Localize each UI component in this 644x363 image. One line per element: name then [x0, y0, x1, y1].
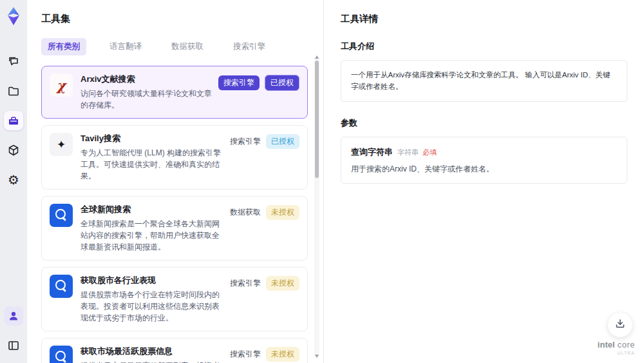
- scrollbar-thumb[interactable]: [315, 61, 319, 178]
- stock-sectors-icon: [50, 275, 73, 298]
- tool-name: Tavily搜索: [80, 133, 223, 144]
- download-icon: [614, 318, 626, 332]
- tool-name: 获取股市各行业表现: [80, 275, 223, 286]
- category-badge: 搜索引擎: [230, 347, 261, 362]
- tool-name: 获取市场最活跃股票信息: [80, 346, 223, 357]
- auth-status-badge: 已授权: [265, 75, 299, 91]
- arxiv-icon: [50, 74, 73, 97]
- list-scrollbar[interactable]: [314, 57, 319, 357]
- scroll-up-arrow[interactable]: [315, 55, 319, 59]
- tool-list-panel: 工具集 所有类别语言翻译数据获取搜索引擎 Arxiv文献搜索 访问各个研究领域大…: [27, 0, 323, 363]
- tool-card[interactable]: 获取股市各行业表现 提供股票市场各个行业在特定时间段内的表现。投资者可以利用这些…: [41, 267, 308, 331]
- tool-detail-panel: 工具详情 工具介绍 一个用于从Arxiv存储库搜索科学论文和文章的工具。 输入可…: [323, 0, 644, 363]
- sidebar-item-models[interactable]: [4, 141, 23, 160]
- category-tabs: 所有类别语言翻译数据获取搜索引擎: [41, 38, 323, 55]
- tool-card[interactable]: Tavily搜索 专为人工智能代理 (LLM) 构建的搜索引擎工具。可快速提供实…: [41, 125, 308, 190]
- folder-icon: [7, 84, 20, 97]
- core-wordmark: core: [618, 340, 635, 349]
- sidebar-item-account[interactable]: [4, 306, 23, 326]
- auth-status-badge: 已授权: [266, 134, 299, 149]
- sidebar-item-chat[interactable]: [4, 52, 23, 71]
- scroll-down-arrow[interactable]: [315, 355, 319, 358]
- param-item: 查询字符串字符串必填 用于搜索的Arxiv ID、关键字或作者姓名。: [351, 146, 617, 175]
- ultra-wordmark: ULTRA: [598, 351, 635, 355]
- detail-title: 工具详情: [341, 13, 627, 25]
- category-badge: 数据获取: [230, 205, 261, 220]
- tool-name: Arxiv文献搜索: [80, 74, 212, 85]
- sidebar-item-settings[interactable]: ⚙: [4, 170, 23, 190]
- params-box: 查询字符串字符串必填 用于搜索的Arxiv ID、关键字或作者姓名。: [341, 137, 627, 184]
- tool-description: 提供股票市场各个行业在特定时间段内的表现。投资者可以利用这些信息来识别表现优于或…: [80, 289, 223, 324]
- tool-card[interactable]: 全球新闻搜索 全球新闻搜索是一个聚合全球各大新闻网站内容的搜索引擎，帮助用户快速…: [41, 196, 308, 260]
- panel-toggle-icon: [7, 339, 20, 352]
- tool-list: Arxiv文献搜索 访问各个研究领域大量科学论文和文章的存储库。 搜索引擎 已授…: [41, 66, 308, 363]
- sidebar-item-panel-toggle[interactable]: [4, 336, 23, 355]
- category-tab-0[interactable]: 所有类别: [41, 38, 86, 55]
- auth-status-badge: 未授权: [266, 347, 299, 362]
- param-type: 字符串: [397, 148, 419, 156]
- intro-text: 一个用于从Arxiv存储库搜索科学论文和文章的工具。 输入可以是Arxiv ID…: [351, 69, 617, 93]
- param-description: 用于搜索的Arxiv ID、关键字或作者姓名。: [351, 164, 617, 175]
- tool-description: 访问各个研究领域大量科学论文和文章的存储库。: [80, 88, 212, 111]
- tool-name: 全球新闻搜索: [80, 204, 223, 215]
- app-logo: [4, 6, 23, 26]
- news-search-icon: [50, 204, 73, 227]
- params-heading: 参数: [341, 117, 627, 129]
- param-name: 查询字符串: [351, 147, 393, 157]
- sidebar-item-tools[interactable]: [4, 111, 23, 130]
- category-badge: 搜索引擎: [218, 75, 260, 90]
- intel-wordmark: intel: [598, 340, 615, 349]
- intel-core-logo: intel core ULTRA: [598, 338, 635, 355]
- category-badge: 搜索引擎: [230, 276, 261, 291]
- intro-heading: 工具介绍: [341, 41, 627, 52]
- active-stocks-icon: [50, 346, 73, 363]
- sidebar: ⚙: [0, 0, 27, 363]
- tool-description: 专为人工智能代理 (LLM) 构建的搜索引擎工具。可快速提供实时、准确和真实的结…: [80, 147, 223, 182]
- tool-description: 全球新闻搜索是一个聚合全球各大新闻网站内容的搜索引擎，帮助用户快速获取全球最新资…: [80, 218, 223, 253]
- chat-icon: [7, 55, 20, 68]
- download-button[interactable]: [608, 313, 632, 337]
- tool-description: 提供当天交易量最高的股票列表。投资者可以利用这些信息来识别流动性强的股票和潜在的…: [80, 360, 223, 363]
- gear-icon: ⚙: [8, 173, 19, 186]
- tool-card[interactable]: 获取市场最活跃股票信息 提供当天交易量最高的股票列表。投资者可以利用这些信息来识…: [41, 338, 308, 363]
- auth-status-badge: 未授权: [266, 205, 299, 220]
- tool-card[interactable]: Arxiv文献搜索 访问各个研究领域大量科学论文和文章的存储库。 搜索引擎 已授…: [41, 66, 308, 119]
- category-tab-3[interactable]: 搜索引擎: [227, 38, 272, 55]
- cube-icon: [7, 144, 20, 157]
- category-tab-1[interactable]: 语言翻译: [103, 38, 148, 55]
- auth-status-badge: 未授权: [266, 276, 299, 291]
- category-tab-2[interactable]: 数据获取: [165, 38, 210, 55]
- page-title: 工具集: [41, 13, 323, 25]
- tavily-icon: [50, 133, 73, 156]
- toolbox-icon: [7, 114, 20, 127]
- param-required-flag: 必填: [422, 148, 437, 156]
- user-icon: [8, 310, 19, 322]
- category-badge: 搜索引擎: [230, 134, 261, 149]
- sidebar-item-files[interactable]: [4, 81, 23, 101]
- intro-box: 一个用于从Arxiv存储库搜索科学论文和文章的工具。 输入可以是Arxiv ID…: [341, 60, 627, 102]
